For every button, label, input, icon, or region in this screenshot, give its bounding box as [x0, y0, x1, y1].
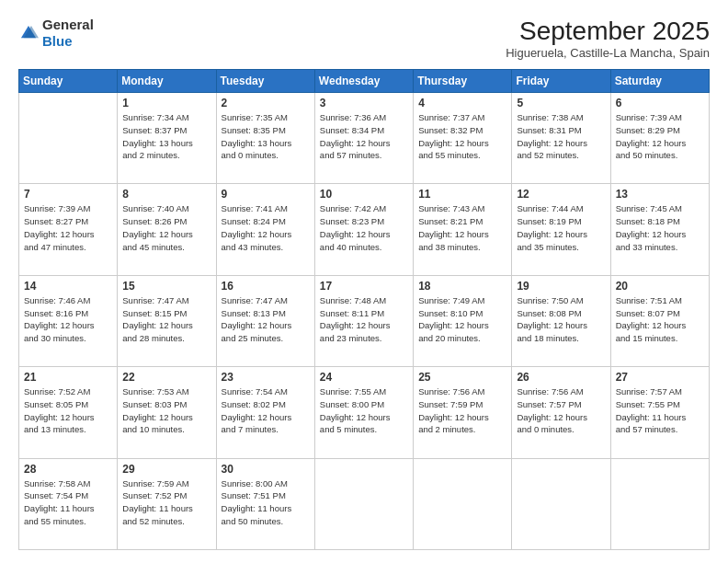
day-info: Sunrise: 7:41 AM Sunset: 8:24 PM Dayligh…: [222, 202, 310, 253]
day-info: Sunrise: 7:57 AM Sunset: 7:55 PM Dayligh…: [616, 385, 704, 436]
col-header-monday: Monday: [118, 70, 216, 93]
day-cell: 8Sunrise: 7:40 AM Sunset: 8:26 PM Daylig…: [118, 184, 216, 275]
day-number: 1: [122, 97, 210, 109]
day-number: 22: [122, 371, 210, 384]
day-cell: 24Sunrise: 7:55 AM Sunset: 8:00 PM Dayli…: [314, 367, 413, 458]
day-cell: [314, 458, 413, 549]
header: General Blue September 2025 Higueruela, …: [18, 17, 710, 60]
day-number: 24: [320, 371, 408, 384]
day-cell: [19, 93, 118, 184]
day-number: 4: [418, 97, 506, 109]
day-info: Sunrise: 7:59 AM Sunset: 7:52 PM Dayligh…: [122, 477, 210, 528]
day-number: 21: [24, 371, 112, 384]
day-number: 3: [320, 97, 408, 109]
location-subtitle: Higueruela, Castille-La Mancha, Spain: [506, 46, 710, 60]
day-cell: 30Sunrise: 8:00 AM Sunset: 7:51 PM Dayli…: [216, 458, 314, 549]
day-info: Sunrise: 7:39 AM Sunset: 8:29 PM Dayligh…: [616, 111, 704, 162]
day-cell: 29Sunrise: 7:59 AM Sunset: 7:52 PM Dayli…: [118, 458, 216, 549]
day-number: 12: [517, 188, 605, 201]
week-row-3: 14Sunrise: 7:46 AM Sunset: 8:16 PM Dayli…: [19, 275, 710, 366]
day-cell: 26Sunrise: 7:56 AM Sunset: 7:57 PM Dayli…: [512, 367, 610, 458]
day-number: 19: [517, 280, 605, 293]
page: General Blue September 2025 Higueruela, …: [0, 0, 728, 563]
logo-text: General Blue: [42, 17, 94, 50]
day-info: Sunrise: 7:54 AM Sunset: 8:02 PM Dayligh…: [222, 385, 310, 436]
day-number: 9: [222, 188, 310, 201]
col-header-wednesday: Wednesday: [314, 70, 413, 93]
day-cell: 2Sunrise: 7:35 AM Sunset: 8:35 PM Daylig…: [216, 93, 314, 184]
day-cell: 25Sunrise: 7:56 AM Sunset: 7:59 PM Dayli…: [414, 367, 512, 458]
day-info: Sunrise: 7:50 AM Sunset: 8:08 PM Dayligh…: [517, 294, 605, 345]
week-row-4: 21Sunrise: 7:52 AM Sunset: 8:05 PM Dayli…: [19, 367, 710, 458]
day-number: 23: [222, 371, 310, 384]
day-cell: 19Sunrise: 7:50 AM Sunset: 8:08 PM Dayli…: [512, 275, 610, 366]
calendar-header-row: SundayMondayTuesdayWednesdayThursdayFrid…: [19, 70, 710, 93]
logo-icon: [18, 23, 39, 43]
day-number: 27: [616, 371, 704, 384]
title-block: September 2025 Higueruela, Castille-La M…: [506, 17, 710, 60]
logo-general: General: [42, 17, 94, 32]
day-cell: 18Sunrise: 7:49 AM Sunset: 8:10 PM Dayli…: [414, 275, 512, 366]
day-info: Sunrise: 7:56 AM Sunset: 7:57 PM Dayligh…: [517, 385, 605, 436]
day-number: 5: [517, 97, 605, 109]
day-number: 10: [320, 188, 408, 201]
day-cell: 5Sunrise: 7:38 AM Sunset: 8:31 PM Daylig…: [512, 93, 610, 184]
day-number: 18: [418, 280, 506, 293]
day-info: Sunrise: 8:00 AM Sunset: 7:51 PM Dayligh…: [222, 477, 310, 528]
day-number: 14: [24, 280, 112, 293]
day-info: Sunrise: 7:39 AM Sunset: 8:27 PM Dayligh…: [24, 202, 112, 253]
month-title: September 2025: [506, 17, 710, 46]
day-cell: 20Sunrise: 7:51 AM Sunset: 8:07 PM Dayli…: [610, 275, 709, 366]
day-cell: 3Sunrise: 7:36 AM Sunset: 8:34 PM Daylig…: [314, 93, 413, 184]
week-row-2: 7Sunrise: 7:39 AM Sunset: 8:27 PM Daylig…: [19, 184, 710, 275]
day-cell: 14Sunrise: 7:46 AM Sunset: 8:16 PM Dayli…: [19, 275, 118, 366]
calendar-table: SundayMondayTuesdayWednesdayThursdayFrid…: [18, 69, 710, 550]
day-info: Sunrise: 7:51 AM Sunset: 8:07 PM Dayligh…: [616, 294, 704, 345]
day-cell: 7Sunrise: 7:39 AM Sunset: 8:27 PM Daylig…: [19, 184, 118, 275]
day-info: Sunrise: 7:35 AM Sunset: 8:35 PM Dayligh…: [222, 111, 310, 162]
day-info: Sunrise: 7:55 AM Sunset: 8:00 PM Dayligh…: [320, 385, 408, 436]
day-info: Sunrise: 7:45 AM Sunset: 8:18 PM Dayligh…: [616, 202, 704, 253]
day-number: 30: [222, 463, 310, 476]
day-number: 13: [616, 188, 704, 201]
day-cell: 16Sunrise: 7:47 AM Sunset: 8:13 PM Dayli…: [216, 275, 314, 366]
logo: General Blue: [18, 17, 94, 50]
day-cell: [414, 458, 512, 549]
week-row-5: 28Sunrise: 7:58 AM Sunset: 7:54 PM Dayli…: [19, 458, 710, 549]
day-cell: 11Sunrise: 7:43 AM Sunset: 8:21 PM Dayli…: [414, 184, 512, 275]
day-number: 16: [222, 280, 310, 293]
week-row-1: 1Sunrise: 7:34 AM Sunset: 8:37 PM Daylig…: [19, 93, 710, 184]
day-cell: 22Sunrise: 7:53 AM Sunset: 8:03 PM Dayli…: [118, 367, 216, 458]
day-cell: 15Sunrise: 7:47 AM Sunset: 8:15 PM Dayli…: [118, 275, 216, 366]
day-number: 7: [24, 188, 112, 201]
day-info: Sunrise: 7:47 AM Sunset: 8:15 PM Dayligh…: [122, 294, 210, 345]
day-cell: [610, 458, 709, 549]
day-cell: 6Sunrise: 7:39 AM Sunset: 8:29 PM Daylig…: [610, 93, 709, 184]
day-cell: [512, 458, 610, 549]
day-number: 26: [517, 371, 605, 384]
day-cell: 4Sunrise: 7:37 AM Sunset: 8:32 PM Daylig…: [414, 93, 512, 184]
day-cell: 21Sunrise: 7:52 AM Sunset: 8:05 PM Dayli…: [19, 367, 118, 458]
day-info: Sunrise: 7:44 AM Sunset: 8:19 PM Dayligh…: [517, 202, 605, 253]
day-info: Sunrise: 7:58 AM Sunset: 7:54 PM Dayligh…: [24, 477, 112, 528]
col-header-friday: Friday: [512, 70, 610, 93]
col-header-tuesday: Tuesday: [216, 70, 314, 93]
day-number: 28: [24, 463, 112, 476]
day-cell: 28Sunrise: 7:58 AM Sunset: 7:54 PM Dayli…: [19, 458, 118, 549]
day-info: Sunrise: 7:37 AM Sunset: 8:32 PM Dayligh…: [418, 111, 506, 162]
day-info: Sunrise: 7:43 AM Sunset: 8:21 PM Dayligh…: [418, 202, 506, 253]
day-cell: 27Sunrise: 7:57 AM Sunset: 7:55 PM Dayli…: [610, 367, 709, 458]
day-info: Sunrise: 7:34 AM Sunset: 8:37 PM Dayligh…: [122, 111, 210, 162]
day-cell: 17Sunrise: 7:48 AM Sunset: 8:11 PM Dayli…: [314, 275, 413, 366]
day-number: 6: [616, 97, 704, 109]
day-info: Sunrise: 7:36 AM Sunset: 8:34 PM Dayligh…: [320, 111, 408, 162]
day-info: Sunrise: 7:40 AM Sunset: 8:26 PM Dayligh…: [122, 202, 210, 253]
day-number: 15: [122, 280, 210, 293]
day-number: 17: [320, 280, 408, 293]
day-info: Sunrise: 7:56 AM Sunset: 7:59 PM Dayligh…: [418, 385, 506, 436]
day-cell: 23Sunrise: 7:54 AM Sunset: 8:02 PM Dayli…: [216, 367, 314, 458]
logo-blue: Blue: [42, 33, 73, 49]
day-number: 29: [122, 463, 210, 476]
day-info: Sunrise: 7:47 AM Sunset: 8:13 PM Dayligh…: [222, 294, 310, 345]
day-number: 20: [616, 280, 704, 293]
